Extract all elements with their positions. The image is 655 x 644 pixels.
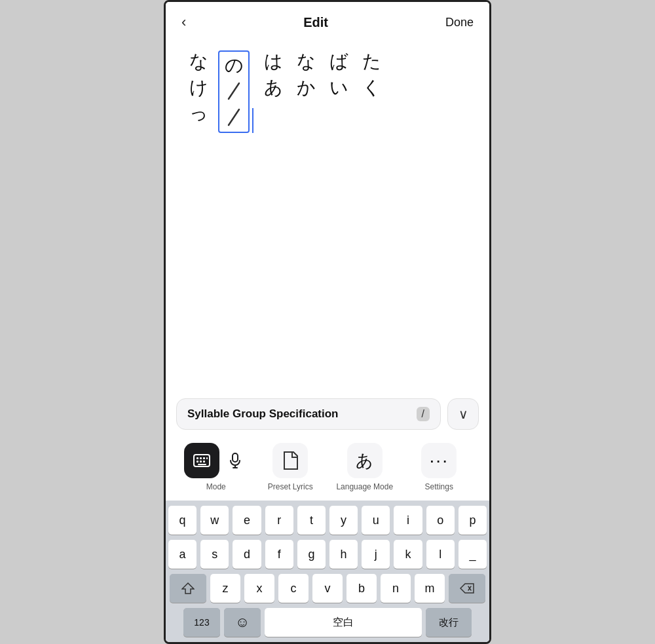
lyrics-area: な け っ の は (166, 37, 489, 140)
toolbar-mode[interactable]: Mode (179, 443, 253, 491)
syllable-col-2-selected[interactable]: の (218, 50, 250, 133)
svg-line-1 (229, 109, 239, 125)
text-cursor (252, 108, 253, 133)
settings-label: Settings (425, 482, 453, 491)
language-mode-label: Language Mode (336, 482, 393, 491)
char-i: い (326, 77, 352, 99)
keyboard-icon (184, 443, 219, 478)
backspace-key[interactable] (449, 574, 485, 603)
key-m[interactable]: m (415, 574, 445, 603)
toolbar: Mode Preset Lyrics あ Language Mode ··· S… (166, 436, 489, 501)
svg-rect-3 (196, 457, 198, 459)
key-t[interactable]: t (297, 506, 326, 535)
svg-rect-5 (203, 457, 205, 459)
key-123[interactable]: 123 (183, 608, 220, 637)
char-na2: な (293, 50, 319, 73)
keyboard-area: q w e r t y u i o p a s d f g h j k l _ (166, 501, 489, 642)
mic-icon (222, 447, 248, 474)
syllable-col-3: は あ (260, 50, 286, 98)
syllable-col-6: た く (358, 50, 384, 98)
char-ku: く (358, 77, 384, 99)
key-space[interactable]: 空白 (265, 608, 422, 637)
svg-rect-9 (203, 461, 205, 463)
key-f[interactable]: f (265, 540, 293, 569)
key-emoji[interactable]: ☺ (224, 608, 261, 637)
key-row-1: q w e r t y u i o p (168, 506, 487, 535)
char-ke: け (185, 77, 212, 99)
char-na1: な (185, 50, 212, 73)
key-v[interactable]: v (312, 574, 343, 603)
key-n[interactable]: n (381, 574, 411, 603)
key-e[interactable]: e (233, 506, 261, 535)
svg-rect-7 (196, 461, 198, 463)
key-b[interactable]: b (346, 574, 377, 603)
char-tsu: っ (185, 102, 212, 124)
toolbar-settings[interactable]: ··· Settings (402, 443, 477, 491)
key-row-bottom: 123 ☺ 空白 改行 (168, 608, 487, 642)
key-r[interactable]: r (265, 506, 293, 535)
preset-lyrics-label: Preset Lyrics (268, 482, 313, 491)
char-no: の (221, 54, 247, 77)
key-d[interactable]: d (233, 540, 261, 569)
key-j[interactable]: j (362, 540, 390, 569)
key-y[interactable]: y (329, 506, 358, 535)
svg-rect-11 (233, 453, 238, 462)
svg-rect-4 (200, 457, 202, 459)
chevron-down-icon: ∨ (458, 406, 468, 422)
key-l[interactable]: l (426, 540, 455, 569)
key-k[interactable]: k (394, 540, 422, 569)
phone-frame: ‹ Edit Done な け っ の (164, 0, 491, 644)
key-a[interactable]: a (168, 540, 196, 569)
syllable-group-label: Syllable Group Specification (187, 407, 339, 421)
mode-icons-row (184, 443, 248, 478)
slash-2 (222, 105, 246, 129)
key-g[interactable]: g (297, 540, 326, 569)
syllable-col-2-wrapper: の (218, 50, 253, 133)
syllable-col-5: ば い (326, 50, 352, 98)
char-a: あ (260, 77, 286, 99)
key-q[interactable]: q (168, 506, 196, 535)
char-ba: ば (326, 50, 352, 73)
slash-1 (222, 79, 246, 103)
header: ‹ Edit Done (166, 2, 489, 37)
back-button[interactable]: ‹ (181, 14, 186, 31)
syllable-group-bar: Syllable Group Specification / ∨ (166, 392, 489, 436)
syllable-col-4: な か (293, 50, 319, 98)
svg-rect-8 (200, 461, 202, 463)
key-row-3: z x c v b n m (168, 574, 487, 603)
key-row-2: a s d f g h j k l _ (168, 540, 487, 569)
key-o[interactable]: o (426, 506, 455, 535)
syllable-col-1: な け っ (185, 50, 212, 124)
key-h[interactable]: h (329, 540, 358, 569)
char-ha: は (260, 50, 286, 73)
key-underscore[interactable]: _ (458, 540, 487, 569)
header-title: Edit (303, 15, 328, 30)
svg-rect-10 (198, 464, 206, 465)
syllable-group-badge: / (417, 407, 430, 421)
toolbar-language-mode[interactable]: あ Language Mode (328, 443, 402, 491)
chevron-down-button[interactable]: ∨ (447, 398, 479, 430)
key-z[interactable]: z (210, 574, 240, 603)
key-p[interactable]: p (458, 506, 487, 535)
preset-lyrics-icon (272, 443, 308, 478)
mode-label: Mode (206, 482, 226, 491)
key-w[interactable]: w (200, 506, 229, 535)
key-s[interactable]: s (200, 540, 229, 569)
key-u[interactable]: u (362, 506, 390, 535)
toolbar-preset-lyrics[interactable]: Preset Lyrics (253, 443, 328, 491)
char-ta: た (358, 50, 384, 73)
key-return[interactable]: 改行 (426, 608, 472, 637)
svg-rect-6 (206, 457, 208, 459)
syllable-group-pill[interactable]: Syllable Group Specification / (176, 398, 441, 430)
language-mode-icon: あ (347, 443, 383, 478)
shift-key[interactable] (170, 574, 206, 603)
key-x[interactable]: x (244, 574, 274, 603)
key-c[interactable]: c (278, 574, 309, 603)
key-i[interactable]: i (394, 506, 422, 535)
svg-line-0 (229, 83, 239, 99)
done-button[interactable]: Done (445, 16, 474, 29)
settings-icon: ··· (421, 443, 457, 478)
char-ka: か (293, 77, 319, 99)
